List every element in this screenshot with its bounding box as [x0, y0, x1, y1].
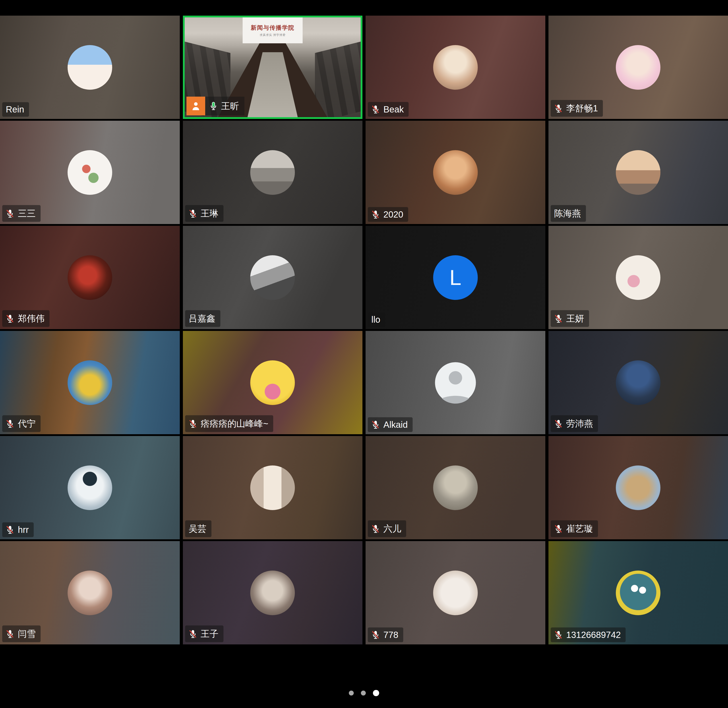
participant-label: 崔艺璇: [551, 520, 598, 537]
participant-tile[interactable]: 劳沛燕: [549, 331, 728, 434]
mic-muted-icon: [371, 524, 381, 534]
participant-name: Rein: [6, 104, 24, 115]
participant-tile[interactable]: 13126689742: [549, 541, 728, 644]
participant-tile[interactable]: 痞痞痞的山峰峰~: [183, 331, 363, 434]
participant-name: hrr: [18, 525, 29, 535]
pagination-dots: [349, 690, 379, 696]
participant-label: llo: [368, 312, 385, 327]
participant-label: 吕嘉鑫: [185, 310, 220, 327]
mic-muted-icon: [553, 524, 564, 534]
mic-muted-icon: [371, 630, 381, 640]
participant-label: hrr: [2, 522, 34, 537]
participant-tile[interactable]: 王琳: [183, 121, 363, 224]
avatar: [68, 150, 112, 195]
participant-name: 郑伟伟: [18, 312, 45, 325]
mic-muted-icon: [188, 419, 198, 429]
mic-muted-icon: [371, 209, 381, 219]
avatar: [68, 45, 112, 90]
participant-tile[interactable]: 崔艺璇: [549, 436, 728, 539]
participant-label: Beak: [368, 102, 409, 117]
participant-tile[interactable]: 李舒畅1: [549, 16, 728, 119]
participant-label: 陈海燕: [551, 205, 586, 222]
avatar: [616, 45, 660, 90]
avatar: [616, 570, 660, 615]
participant-label: 劳沛燕: [551, 415, 598, 432]
participant-name: 三三: [18, 207, 36, 219]
participant-name: 13126689742: [566, 630, 621, 640]
conference-chairs-right: [315, 42, 360, 119]
participant-name: 痞痞痞的山峰峰~: [201, 418, 268, 430]
participant-label: 郑伟伟: [2, 310, 49, 327]
participant-tile[interactable]: hrr: [0, 436, 180, 539]
participant-tile[interactable]: 王妍: [549, 226, 728, 329]
participant-tile[interactable]: 吕嘉鑫: [183, 226, 363, 329]
participant-tile[interactable]: 2020: [366, 121, 545, 224]
person-icon: [190, 100, 202, 112]
mic-muted-icon: [5, 208, 15, 219]
avatar: [250, 570, 295, 615]
participant-label: 六儿: [368, 520, 406, 537]
participant-name: 劳沛燕: [566, 418, 593, 430]
participant-tile[interactable]: 吴芸: [183, 436, 363, 539]
participant-tile[interactable]: 陈海燕: [549, 121, 728, 224]
participant-label: 王妍: [551, 310, 589, 327]
participant-label: 778: [368, 627, 403, 642]
participant-tile[interactable]: L llo: [366, 226, 545, 329]
participant-tile[interactable]: 三三: [0, 121, 180, 224]
active-speaker-tile[interactable]: 新闻与传播学院 求真求实 博学博爱: [183, 16, 363, 119]
page-dot-3-active[interactable]: [373, 690, 379, 696]
participant-name: 吕嘉鑫: [189, 312, 216, 325]
participant-label: 吴芸: [185, 520, 211, 537]
participant-name: 六儿: [384, 522, 401, 535]
participant-label: Alkaid: [368, 417, 412, 432]
participant-name: Beak: [384, 104, 404, 115]
participant-label: 痞痞痞的山峰峰~: [185, 415, 273, 432]
mic-muted-icon: [5, 525, 15, 535]
page-dot-2[interactable]: [361, 691, 366, 695]
participant-tile[interactable]: 王子: [183, 541, 363, 644]
participant-name: 王子: [201, 628, 219, 640]
mic-muted-icon: [553, 419, 564, 429]
avatar: [433, 150, 478, 195]
mic-muted-icon: [371, 104, 381, 115]
participant-name: 崔艺璇: [566, 522, 593, 535]
participant-name: 王昕: [221, 100, 239, 112]
host-badge: [187, 97, 205, 115]
avatar: [433, 466, 478, 510]
participant-tile[interactable]: 郑伟伟: [0, 226, 180, 329]
participant-name: 闫雪: [18, 628, 36, 640]
avatar: [68, 570, 112, 615]
participant-label: 王子: [185, 625, 223, 642]
avatar: [616, 466, 660, 510]
participant-name: 2020: [384, 209, 403, 219]
participant-name: 吴芸: [189, 522, 207, 535]
participant-name: Alkaid: [384, 420, 408, 430]
participant-tile[interactable]: 六儿: [366, 436, 545, 539]
participant-tile[interactable]: 778: [366, 541, 545, 644]
participant-grid: Rein 新闻与传播学院 求真求实 博学博爱: [0, 16, 728, 644]
avatar: [433, 570, 478, 615]
participant-label: 2020: [368, 207, 408, 222]
avatar: [250, 255, 295, 300]
participant-name: 陈海燕: [554, 207, 581, 219]
participant-tile[interactable]: Rein: [0, 16, 180, 119]
default-avatar: [433, 360, 478, 405]
participant-tile[interactable]: 代宁: [0, 331, 180, 434]
participant-label: 王琳: [185, 205, 223, 222]
participant-tile[interactable]: Alkaid: [366, 331, 545, 434]
mic-muted-icon: [5, 419, 15, 429]
participant-tile[interactable]: 闫雪: [0, 541, 180, 644]
participant-tile[interactable]: Beak: [366, 16, 545, 119]
avatar: [250, 150, 295, 195]
letter-avatar: L: [433, 255, 478, 300]
mic-muted-icon: [188, 208, 198, 219]
participant-label: 李舒畅1: [551, 100, 603, 117]
person-silhouette-icon: [433, 360, 478, 405]
page-dot-1[interactable]: [349, 691, 354, 695]
participant-label: Rein: [2, 102, 29, 117]
avatar: [616, 360, 660, 405]
participant-label: 代宁: [2, 415, 41, 432]
avatar: [68, 360, 112, 405]
avatar-letter: L: [449, 265, 461, 290]
participant-label: 闫雪: [2, 625, 41, 642]
